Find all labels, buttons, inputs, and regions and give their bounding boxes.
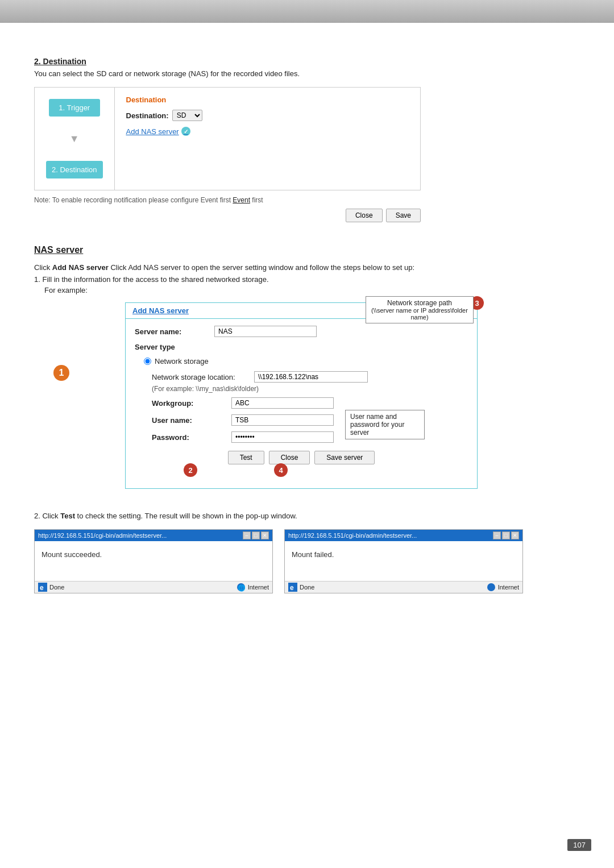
server-type-row: Server type [135, 343, 468, 351]
nas-button-row: Test Close Save server [135, 451, 468, 464]
destination-field-row: Destination: SD NAS [126, 110, 409, 121]
password-label: Password: [152, 433, 231, 442]
failure-popup-controls: – □ ✕ [493, 531, 519, 539]
workgroup-input[interactable] [231, 397, 334, 409]
success-close-btn[interactable]: ✕ [261, 531, 269, 539]
destination-box: 2. Destination [46, 161, 103, 178]
arrow-down-icon: ▼ [69, 134, 80, 144]
location-row: Network storage location: [152, 371, 468, 383]
failure-popup-content: Mount failed. [285, 541, 522, 581]
dest-left-panel: 1. Trigger ▼ 2. Destination [35, 88, 115, 190]
nas-desc1-text: Click Add NAS server to open the server … [110, 263, 414, 272]
success-min-btn[interactable]: – [243, 531, 251, 539]
nas-for-example: For example: [44, 286, 534, 294]
destination-select[interactable]: SD NAS [172, 110, 202, 121]
failure-popup: http://192.168.5.151/cgi-bin/admin/tests… [284, 529, 523, 593]
svg-text:e: e [290, 584, 294, 592]
badge-2: 2 [184, 463, 197, 477]
failure-min-btn[interactable]: – [493, 531, 501, 539]
success-message: Mount succeeded. [42, 550, 102, 559]
nas-server-section: NAS server Click Add NAS server Click Ad… [34, 245, 534, 593]
done-label-failure: Done [300, 584, 314, 591]
done-label-success: Done [49, 584, 64, 591]
save-server-button[interactable]: Save server [314, 451, 375, 464]
test-bold: Test [60, 512, 75, 520]
svg-text:🌐: 🌐 [238, 584, 246, 592]
popup-windows-row: http://192.168.5.151/cgi-bin/admin/tests… [34, 529, 534, 593]
success-statusbar: e Done 🌐 Internet [35, 581, 272, 593]
workgroup-row: Workgroup: [152, 397, 468, 409]
failure-popup-titlebar: http://192.168.5.151/cgi-bin/admin/tests… [285, 530, 522, 541]
network-storage-path-callout: Network storage path (\\server name or I… [366, 296, 474, 323]
dialog-button-row: Close Save [34, 209, 421, 222]
server-name-label: Server name: [135, 327, 214, 336]
callout-title: Network storage path [371, 299, 468, 307]
nas-server-title: NAS server [34, 245, 534, 255]
success-popup-title: http://192.168.5.151/cgi-bin/admin/tests… [38, 532, 167, 539]
internet-label-failure: Internet [498, 584, 519, 591]
nas-dialog-body: Server name: Network storage path (\\ser… [126, 319, 477, 488]
svg-point-6 [487, 583, 495, 591]
internet-status-failure: Internet [487, 583, 519, 592]
page-number: 107 [567, 839, 591, 851]
step-2-desc: 2. Click Test to check the setting. The … [34, 512, 534, 520]
success-popup-controls: – □ ✕ [243, 531, 269, 539]
nas-desc1: Click Add NAS server Click Add NAS serve… [34, 263, 534, 272]
ie-icon-failure: e [288, 583, 297, 592]
add-nas-bold: Add NAS server [52, 263, 109, 272]
password-input[interactable] [231, 431, 334, 443]
workgroup-label: Workgroup: [152, 399, 231, 408]
network-storage-radio-row: Network storage [144, 357, 468, 366]
failure-close-btn[interactable]: ✕ [511, 531, 519, 539]
internet-icon-failure [487, 583, 496, 592]
destination-diagram: 1. Trigger ▼ 2. Destination Destination … [34, 87, 421, 190]
success-restore-btn[interactable]: □ [252, 531, 260, 539]
example-text: (For example: \\my_nas\disk\folder) [152, 385, 468, 393]
server-name-input[interactable] [214, 326, 317, 337]
dest-panel-title: Destination [126, 95, 409, 104]
add-nas-server-button[interactable]: Add NAS server ✓ [126, 127, 190, 136]
location-label: Network storage location: [152, 373, 254, 381]
svg-text:e: e [40, 584, 44, 592]
failure-restore-btn[interactable]: □ [502, 531, 510, 539]
internet-label-success: Internet [248, 584, 269, 591]
username-label: User name: [152, 416, 231, 425]
dest-field-label: Destination: [126, 111, 169, 120]
event-link[interactable]: Event [233, 196, 250, 204]
close-button[interactable]: Close [346, 209, 383, 222]
test-button[interactable]: Test [228, 451, 264, 464]
nas-close-button[interactable]: Close [269, 451, 310, 464]
add-nas-circle-icon: ✓ [181, 127, 190, 136]
internet-status-success: 🌐 Internet [237, 583, 269, 592]
destination-section: 2. Destination You can select the SD car… [34, 57, 534, 222]
top-bar [0, 0, 614, 23]
ie-icon-success: e [38, 583, 47, 592]
dest-right-panel: Destination Destination: SD NAS Add NAS … [115, 88, 421, 190]
badge-4: 4 [274, 463, 288, 477]
nas-buttons-area: Test Close Save server 2 4 [135, 451, 468, 464]
failure-message: Mount failed. [292, 550, 334, 559]
add-nas-label: Add NAS server [126, 127, 179, 136]
internet-icon-success: 🌐 [237, 583, 246, 592]
note-text: Note: To enable recording notification p… [34, 196, 534, 204]
server-name-row: Server name: Network storage path (\\ser… [135, 326, 468, 337]
success-popup: http://192.168.5.151/cgi-bin/admin/tests… [34, 529, 273, 593]
success-popup-content: Mount succeeded. [35, 541, 272, 581]
success-popup-titlebar: http://192.168.5.151/cgi-bin/admin/tests… [35, 530, 272, 541]
badge-1-wrapper: 1 [53, 365, 69, 381]
nas-dialog: Add NAS server 3 Server name: Network st… [125, 302, 478, 489]
save-button[interactable]: Save [386, 209, 421, 222]
destination-desc: You can select the SD card or network st… [34, 69, 534, 78]
trigger-box: 1. Trigger [49, 99, 100, 117]
username-row: User name: User name and password for yo… [152, 414, 468, 426]
callout-subtitle: (\\server name or IP address\folder name… [371, 307, 468, 321]
badge-1: 1 [53, 365, 69, 381]
password-row: Password: [152, 431, 468, 443]
nas-dialog-wrapper: 1 Add NAS server 3 Server name: [80, 302, 432, 489]
location-input[interactable] [254, 371, 368, 383]
failure-popup-title: http://192.168.5.151/cgi-bin/admin/tests… [288, 532, 417, 539]
username-input[interactable] [231, 414, 334, 426]
add-nas-server-header: Add NAS server [132, 306, 189, 315]
network-storage-radio[interactable] [144, 358, 151, 365]
nas-step1: 1. Fill in the information for the acces… [34, 275, 534, 284]
